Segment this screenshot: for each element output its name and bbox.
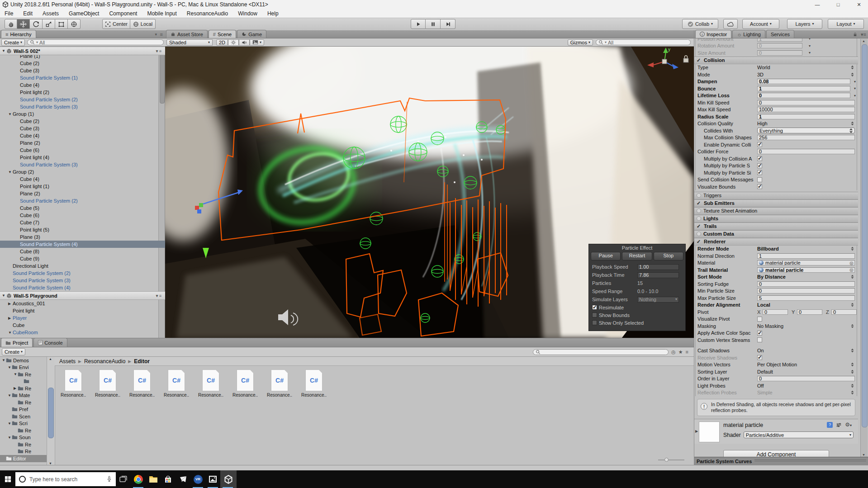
- hierarchy-item[interactable]: ▼Group (1): [0, 110, 165, 118]
- checkbox[interactable]: [757, 177, 762, 182]
- expand-arrow-icon[interactable]: ▼: [2, 358, 6, 362]
- enum-dropdown[interactable]: Billboard: [757, 246, 855, 251]
- project-file-csharp[interactable]: C#Resonance...: [61, 370, 85, 465]
- transform-tool-button[interactable]: [68, 19, 81, 29]
- hierarchy-item[interactable]: Cube (9): [0, 255, 165, 262]
- toggle-show-only-selected[interactable]: Show Only Selected: [589, 319, 685, 327]
- hierarchy-item[interactable]: Sound Particle System (2): [0, 96, 165, 103]
- checkbox[interactable]: [757, 142, 762, 147]
- add-component-button[interactable]: Add Component: [723, 450, 829, 457]
- project-file-csharp[interactable]: C#Resonance...: [199, 370, 223, 465]
- favorites-icon[interactable]: ★: [678, 349, 683, 355]
- start-button[interactable]: [0, 470, 15, 488]
- hierarchy-item[interactable]: Plane (2): [0, 190, 165, 197]
- tab-inspector[interactable]: i Inspector: [695, 30, 731, 38]
- hierarchy-item[interactable]: Sound Particle System (4): [0, 241, 165, 248]
- hierarchy-item[interactable]: Cube (2): [0, 118, 165, 125]
- hierarchy-item[interactable]: Sound Particle System (2): [0, 270, 165, 277]
- rotate-tool-button[interactable]: [30, 19, 43, 29]
- module-checkbox[interactable]: [697, 232, 701, 236]
- menu-item-help[interactable]: Help: [267, 10, 279, 17]
- rect-tool-button[interactable]: [55, 19, 68, 29]
- hierarchy-item[interactable]: Point light (5): [0, 226, 165, 233]
- value-field[interactable]: 1: [757, 114, 855, 119]
- hierarchy-item[interactable]: Cube (3): [0, 125, 165, 132]
- enum-dropdown[interactable]: Default: [757, 369, 855, 374]
- module-header-lights[interactable]: Lights: [694, 215, 858, 223]
- menu-item-gameobject[interactable]: GameObject: [69, 10, 99, 17]
- checkbox[interactable]: [592, 320, 597, 325]
- hierarchy-item[interactable]: Sound Particle System (3): [0, 161, 165, 168]
- project-folder-item[interactable]: Re: [0, 427, 47, 434]
- taskbar-photos[interactable]: [205, 470, 220, 488]
- enum-dropdown[interactable]: On: [757, 348, 855, 353]
- curve-dropdown-icon[interactable]: ▾: [854, 94, 856, 98]
- scene-options-icon[interactable]: ▾ ≡: [156, 49, 161, 53]
- checkbox[interactable]: [757, 170, 762, 175]
- module-header-trails[interactable]: ✓Trails: [694, 223, 858, 230]
- layout-button[interactable]: Layout▾: [828, 19, 864, 29]
- layers-button[interactable]: Layers▾: [787, 19, 822, 29]
- slider-knob[interactable]: [664, 458, 669, 462]
- panel-menu-icon[interactable]: ▾≡: [861, 32, 866, 38]
- project-file-csharp[interactable]: C#Resonance...: [95, 370, 120, 465]
- project-file-csharp[interactable]: C#Resonance...: [164, 370, 189, 465]
- hierarchy-item[interactable]: Cube (4): [0, 81, 165, 89]
- value-field[interactable]: 1: [757, 253, 855, 259]
- curve-value-field[interactable]: 0.08: [757, 79, 850, 84]
- scene-header-wall-s-playground[interactable]: ▼ Wall-S Playground ▾ ≡: [0, 291, 165, 300]
- mask-dropdown[interactable]: Everything: [757, 128, 855, 133]
- tab-scene[interactable]: # Scene: [209, 30, 236, 38]
- hierarchy-item[interactable]: Plane (2): [0, 139, 165, 147]
- hierarchy-item[interactable]: ▶Player: [0, 314, 165, 322]
- module-header-texture-sheet-animation[interactable]: Texture Sheet Animation: [694, 207, 858, 215]
- help-icon[interactable]: ?: [827, 422, 833, 428]
- hierarchy-item[interactable]: Point light (1): [0, 183, 165, 190]
- checkbox[interactable]: [592, 305, 597, 310]
- value-field[interactable]: 0: [757, 281, 855, 287]
- particle-system-curves-bar[interactable]: Particle System Curves: [694, 457, 868, 465]
- scene-header-wall-s-002[interactable]: ▼ Wall-S 002* ▾ ≡: [0, 47, 165, 55]
- enum-dropdown[interactable]: Simple: [757, 390, 855, 395]
- value-field[interactable]: 0: [757, 149, 855, 154]
- scene-viewport[interactable]: y Particle Effect PauseRestartStop Playb…: [165, 47, 694, 338]
- value-field[interactable]: 0: [757, 376, 855, 381]
- project-folder-item[interactable]: Re: [0, 448, 47, 455]
- scroll-up-icon[interactable]: ▲: [862, 39, 865, 43]
- module-header-custom-data[interactable]: Custom Data: [694, 230, 858, 238]
- project-folder-item[interactable]: ▼Mate: [0, 392, 47, 399]
- tab-project[interactable]: Project: [1, 338, 33, 347]
- project-tree-scrollbar[interactable]: ▲ ▼: [47, 357, 55, 465]
- module-header-renderer[interactable]: ✓ Renderer: [694, 238, 858, 246]
- module-checkbox[interactable]: ✓: [697, 200, 702, 206]
- hierarchy-item[interactable]: ▼Group (2): [0, 168, 165, 175]
- chevron-down-icon[interactable]: ▾: [809, 38, 811, 41]
- gear-icon[interactable]: ⚙▾: [845, 422, 852, 428]
- taskbar-mail[interactable]: [175, 470, 190, 488]
- stop-button[interactable]: Stop: [654, 252, 683, 261]
- audio-toggle-button[interactable]: [239, 39, 250, 46]
- menu-item-edit[interactable]: Edit: [23, 10, 33, 17]
- project-create-button[interactable]: Create▾: [2, 348, 25, 355]
- pivot-center-button[interactable]: Center: [102, 19, 130, 29]
- hierarchy-item[interactable]: Cube (2): [0, 60, 165, 67]
- hierarchy-item[interactable]: Sound Particle System (4): [0, 284, 165, 291]
- object-field[interactable]: material particle◎: [757, 267, 855, 273]
- shading-mode-dropdown[interactable]: Shaded▾: [166, 39, 213, 46]
- module-checkbox[interactable]: [697, 208, 701, 213]
- pause-button[interactable]: [426, 19, 441, 29]
- gizmos-dropdown[interactable]: Gizmos▾: [568, 39, 593, 46]
- expand-arrow-icon[interactable]: ▼: [8, 331, 13, 335]
- curve-value-field[interactable]: 1: [757, 86, 850, 91]
- thumbnail-size-slider[interactable]: [658, 457, 684, 463]
- enum-dropdown[interactable]: Local: [757, 302, 855, 308]
- enum-dropdown[interactable]: Per Object Motion: [757, 362, 855, 367]
- taskbar-file-explorer[interactable]: [146, 470, 161, 488]
- enum-dropdown[interactable]: Off: [757, 383, 855, 389]
- expand-arrow-icon[interactable]: ▶: [14, 386, 18, 390]
- scrollbar-thumb[interactable]: [862, 44, 868, 427]
- expand-arrow-icon[interactable]: ▶: [695, 429, 698, 433]
- project-file-csharp[interactable]: C#Resonance...: [233, 370, 257, 465]
- module-checkbox[interactable]: ✓: [697, 223, 702, 229]
- module-header-collision[interactable]: ✓ Collision: [694, 57, 858, 64]
